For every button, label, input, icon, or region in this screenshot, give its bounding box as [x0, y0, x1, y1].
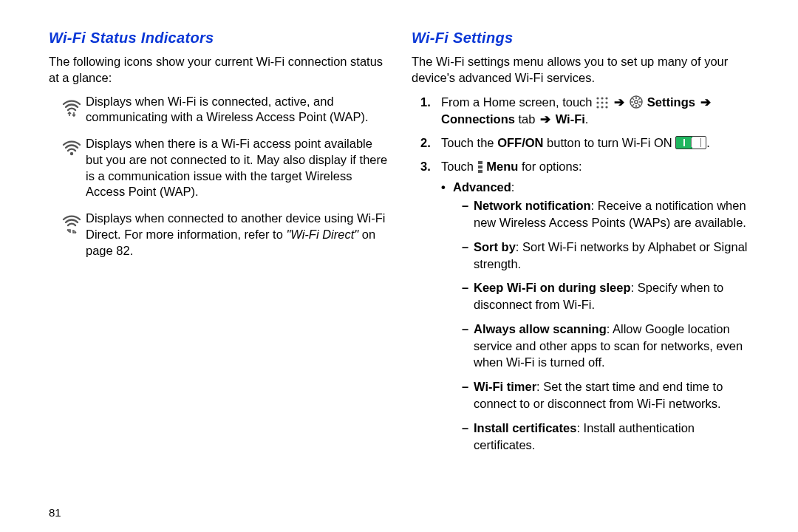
right-heading: Wi-Fi Settings: [412, 30, 754, 47]
svg-line-20: [632, 98, 634, 100]
advanced-item: Install certificates: Install authentica…: [462, 420, 754, 454]
page-number: 81: [49, 506, 61, 519]
advanced-item: Always allow scanning: Allow Google loca…: [462, 321, 754, 371]
advanced-item: Network notification: Receive a notifica…: [462, 197, 754, 231]
step1-prefix: From a Home screen, touch: [441, 95, 596, 109]
item-label: Keep Wi-Fi on during sleep: [474, 281, 631, 294]
item-label: Network notification: [474, 199, 591, 212]
right-intro: The Wi-Fi settings menu allows you to se…: [412, 54, 754, 86]
svg-point-9: [601, 101, 603, 103]
svg-rect-25: [478, 166, 482, 168]
wifi-label: Wi-Fi: [556, 112, 585, 126]
svg-line-23: [632, 104, 634, 106]
svg-rect-26: [478, 170, 482, 173]
arrow-icon: ➔: [613, 95, 626, 109]
status-row: Displays when there is a Wi-Fi access po…: [58, 136, 391, 200]
arrow-icon: ➔: [699, 95, 712, 109]
colon: :: [511, 180, 515, 194]
left-column: Wi-Fi Status Indicators The following ic…: [49, 30, 412, 532]
item-label: Install certificates: [474, 421, 576, 434]
advanced-item: Sort by: Sort Wi-Fi networks by Alphabet…: [462, 239, 754, 273]
step-2: Touch the OFF/ON button to turn Wi-Fi ON…: [420, 134, 754, 152]
settings-gear-icon: [629, 95, 644, 109]
status-row-text: Displays when there is a Wi-Fi access po…: [86, 136, 391, 200]
wifi-active-icon: [58, 94, 86, 117]
step-1: From a Home screen, touch ➔: [420, 94, 754, 129]
connections-label: Connections: [441, 112, 515, 126]
svg-point-10: [605, 101, 607, 103]
status-row-text: Displays when connected to another devic…: [86, 211, 391, 259]
left-heading: Wi-Fi Status Indicators: [49, 30, 391, 47]
period: .: [706, 136, 710, 149]
svg-point-5: [596, 97, 598, 99]
cross-reference: "Wi-Fi Direct": [286, 228, 358, 241]
apps-grid-icon: [596, 96, 609, 109]
wifi-direct-icon: [58, 211, 86, 234]
advanced-item: Keep Wi-Fi on during sleep: Specify when…: [462, 279, 754, 313]
left-intro: The following icons show your current Wi…: [49, 54, 391, 86]
toggle-on-icon: [675, 136, 706, 149]
advanced-label: Advanced: [453, 180, 511, 194]
arrow-icon: ➔: [539, 112, 552, 126]
svg-point-8: [596, 101, 598, 103]
advanced-bullet: Advanced: Network notification: Receive …: [441, 179, 754, 453]
svg-point-2: [70, 152, 73, 155]
svg-point-15: [635, 100, 638, 103]
manual-page: Wi-Fi Status Indicators The following ic…: [0, 0, 798, 532]
svg-point-11: [596, 106, 598, 108]
step2-mid: button to turn Wi-Fi ON: [543, 136, 675, 149]
svg-line-21: [638, 104, 640, 106]
settings-label: Settings: [647, 95, 695, 109]
menu-dots-icon: [477, 160, 483, 174]
step3-suffix: for options:: [518, 160, 582, 173]
menu-label: Menu: [486, 160, 518, 173]
options-bullets: Advanced: Network notification: Receive …: [441, 179, 754, 453]
status-row: Displays when connected to another devic…: [58, 211, 391, 259]
advanced-items: Network notification: Receive a notifica…: [462, 197, 754, 453]
item-label: Always allow scanning: [474, 322, 607, 335]
svg-point-6: [601, 97, 603, 99]
svg-point-12: [601, 106, 603, 108]
svg-point-13: [605, 106, 607, 108]
right-column: Wi-Fi Settings The Wi-Fi settings menu a…: [412, 30, 768, 532]
status-row-text: Displays when Wi-Fi is connected, active…: [86, 94, 391, 126]
svg-rect-24: [478, 161, 482, 164]
advanced-item: Wi-Fi timer: Set the start time and end …: [462, 378, 754, 412]
step2-prefix: Touch the: [441, 136, 497, 149]
item-label: Sort by: [474, 240, 516, 253]
item-label: Wi-Fi timer: [474, 380, 536, 393]
step3-prefix: Touch: [441, 160, 477, 173]
svg-point-7: [605, 97, 607, 99]
status-row: Displays when Wi-Fi is connected, active…: [58, 94, 391, 126]
status-icon-table: Displays when Wi-Fi is connected, active…: [58, 94, 391, 259]
period: .: [585, 112, 589, 126]
step-3: Touch Menu for options: Advanced: Networ…: [420, 158, 754, 453]
tab-word: tab: [515, 112, 539, 126]
offon-label: OFF/ON: [497, 136, 543, 149]
steps-list: From a Home screen, touch ➔: [420, 94, 754, 454]
svg-line-22: [638, 98, 640, 100]
wifi-available-icon: [58, 136, 86, 157]
